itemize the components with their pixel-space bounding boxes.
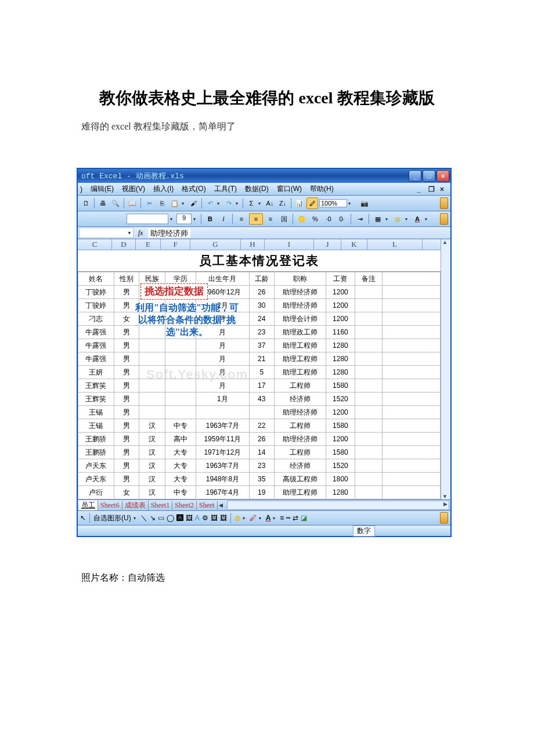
cell[interactable]: 中专 bbox=[165, 486, 196, 499]
table-row[interactable]: 丁骏婷男汉大专1960年12月26助理经济师1200 bbox=[78, 286, 441, 299]
cell[interactable]: 男 bbox=[114, 433, 139, 446]
cell[interactable] bbox=[382, 473, 441, 486]
line-icon[interactable]: ＼ bbox=[140, 513, 147, 523]
cell[interactable]: 男 bbox=[114, 379, 139, 393]
cell[interactable]: 1963年7月 bbox=[196, 419, 250, 433]
wordart-icon[interactable]: A bbox=[195, 514, 200, 522]
tab-3[interactable]: Sheet1 bbox=[149, 501, 173, 510]
tab-2[interactable]: 成绩表 bbox=[122, 501, 149, 510]
oval-icon[interactable]: ◯ bbox=[167, 514, 174, 522]
cell[interactable]: 17 bbox=[249, 379, 274, 393]
cell[interactable]: 1967年4月 bbox=[196, 486, 250, 499]
table-row[interactable]: 牛露强男月21助理工程师1280 bbox=[78, 352, 441, 366]
decrease-decimal-icon[interactable]: 0· bbox=[336, 213, 348, 225]
cell[interactable] bbox=[355, 366, 382, 379]
cell[interactable]: 牛露强 bbox=[78, 352, 114, 366]
menu-window[interactable]: 窗口(W) bbox=[277, 184, 302, 194]
table-row[interactable]: 丁骏婷男2月30助理经济师1200 bbox=[78, 299, 441, 312]
font-color-dropdown[interactable]: ▾ bbox=[425, 217, 430, 222]
cell[interactable]: 卢天东 bbox=[78, 473, 114, 486]
cell[interactable]: 助理工程师 bbox=[274, 486, 326, 499]
cell[interactable]: 23 bbox=[249, 326, 274, 339]
cell[interactable]: 王辉笑 bbox=[78, 379, 114, 393]
cell[interactable]: 经济师 bbox=[274, 393, 326, 406]
cell[interactable]: 大专 bbox=[165, 446, 196, 459]
arrow-icon[interactable]: ↘ bbox=[150, 514, 156, 522]
diagram-icon[interactable]: ⚙ bbox=[202, 514, 208, 522]
cell[interactable]: 男 bbox=[114, 352, 139, 366]
cell[interactable] bbox=[165, 312, 196, 326]
line-style-icon[interactable]: ≡ bbox=[280, 514, 284, 522]
cell[interactable]: 助理经济师 bbox=[274, 286, 326, 299]
cell[interactable] bbox=[355, 486, 382, 499]
cell[interactable]: 男 bbox=[114, 326, 139, 339]
cell[interactable]: 男 bbox=[114, 393, 139, 406]
autosum-icon[interactable]: Σ bbox=[246, 197, 257, 209]
menu-data[interactable]: 数据(D) bbox=[245, 184, 269, 194]
fill-color-draw-icon[interactable]: ◍ bbox=[234, 514, 240, 522]
cell[interactable]: 大专 bbox=[165, 286, 196, 299]
select-objects-icon[interactable]: ↖ bbox=[80, 514, 86, 522]
cell[interactable]: 26 bbox=[249, 286, 274, 299]
table-row[interactable]: 牛露强男月37助理工程师1280 bbox=[78, 339, 441, 352]
file-menu-partial[interactable]: ) bbox=[80, 185, 82, 193]
cell[interactable]: 1520 bbox=[326, 459, 355, 473]
table-row[interactable]: 刁志女月24助理会计师1200 bbox=[78, 312, 441, 326]
col-header-f[interactable]: F bbox=[161, 239, 190, 250]
cell[interactable]: 男 bbox=[114, 339, 139, 352]
undo-icon[interactable]: ↶ bbox=[204, 197, 216, 209]
menu-insert[interactable]: 插入(I) bbox=[153, 184, 174, 194]
cell[interactable] bbox=[355, 446, 382, 459]
cell[interactable]: 牛露强 bbox=[78, 326, 114, 339]
cell[interactable] bbox=[165, 352, 196, 366]
font-color-icon[interactable]: A bbox=[412, 213, 423, 225]
cell[interactable]: 1280 bbox=[326, 366, 355, 379]
table-row[interactable]: 王鹏骄男汉高中1959年11月26助理经济师1200 bbox=[78, 433, 441, 446]
cell[interactable] bbox=[139, 379, 165, 393]
cell[interactable]: 汉 bbox=[139, 286, 165, 299]
cell[interactable] bbox=[382, 446, 441, 459]
cell[interactable]: 丁骏婷 bbox=[78, 286, 114, 299]
cell[interactable] bbox=[355, 459, 382, 473]
table-row[interactable]: 王辉笑男月17工程师1580 bbox=[78, 379, 441, 393]
cell[interactable]: 1200 bbox=[326, 406, 355, 419]
cell[interactable]: 助理经济师 bbox=[274, 406, 326, 419]
cell[interactable] bbox=[382, 352, 441, 366]
cell[interactable] bbox=[355, 352, 382, 366]
borders-icon[interactable]: ▦ bbox=[372, 213, 384, 225]
clipart-icon[interactable]: 🖼 bbox=[211, 514, 218, 522]
cell[interactable]: 1948年8月 bbox=[196, 473, 250, 486]
table-row[interactable]: 卢天东男汉大专1963年7月23经济师1520 bbox=[78, 459, 441, 473]
cell[interactable] bbox=[382, 433, 441, 446]
font-size-dropdown[interactable]: ▾ bbox=[193, 217, 198, 222]
cell[interactable] bbox=[355, 473, 382, 486]
line-color-draw-icon[interactable]: 🖊 bbox=[250, 514, 257, 522]
copy-icon[interactable]: ⎘ bbox=[156, 197, 168, 209]
cell[interactable]: 高级工程师 bbox=[274, 473, 326, 486]
cell[interactable] bbox=[139, 326, 165, 339]
tab-5[interactable]: Sheet bbox=[197, 501, 218, 510]
col-header-d[interactable]: D bbox=[112, 239, 136, 250]
cell[interactable]: 14 bbox=[249, 446, 274, 459]
cell[interactable] bbox=[382, 299, 441, 312]
cell[interactable]: 王妍 bbox=[78, 366, 114, 379]
cell[interactable] bbox=[165, 339, 196, 352]
increase-decimal-icon[interactable]: ·0 bbox=[323, 213, 334, 225]
cell[interactable]: 26 bbox=[249, 433, 274, 446]
cell[interactable]: 1580 bbox=[326, 379, 355, 393]
mdi-minimize[interactable]: _ bbox=[417, 185, 425, 193]
table-row[interactable]: 王锡男汉中专1963年7月22工程师1580 bbox=[78, 419, 441, 433]
cell[interactable] bbox=[165, 299, 196, 312]
cell[interactable] bbox=[382, 486, 441, 499]
cell[interactable]: 月 bbox=[196, 312, 250, 326]
col-header-i[interactable]: I bbox=[265, 239, 314, 250]
close-button[interactable]: × bbox=[436, 170, 449, 182]
cell[interactable]: 1200 bbox=[326, 286, 355, 299]
align-center-icon[interactable]: ≡ bbox=[249, 213, 263, 225]
font-color-draw-icon[interactable]: A bbox=[266, 514, 271, 522]
cell[interactable] bbox=[355, 312, 382, 326]
cell[interactable] bbox=[355, 393, 382, 406]
cell[interactable] bbox=[355, 286, 382, 299]
menu-tools[interactable]: 工具(T) bbox=[214, 184, 237, 194]
zoom-box[interactable]: 100% bbox=[319, 199, 347, 207]
